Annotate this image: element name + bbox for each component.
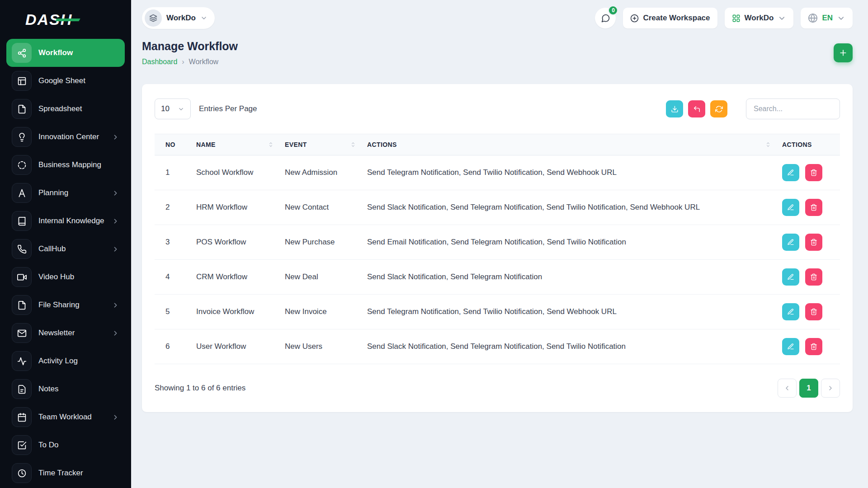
col-header-name[interactable]: NAME bbox=[191, 134, 279, 155]
create-workspace-label: Create Workspace bbox=[643, 14, 710, 23]
toolbar-actions bbox=[666, 99, 840, 119]
activity-icon bbox=[12, 351, 32, 371]
pencil-icon bbox=[787, 239, 794, 246]
entries-per-page-select[interactable]: 10 bbox=[155, 99, 191, 119]
row-no: 3 bbox=[155, 225, 191, 260]
spreadsheet-icon bbox=[12, 99, 32, 119]
page-1-button[interactable]: 1 bbox=[799, 379, 818, 398]
export-button[interactable] bbox=[666, 100, 683, 117]
next-page-button[interactable] bbox=[821, 379, 840, 398]
col-header-event[interactable]: EVENT bbox=[279, 134, 362, 155]
sidebar-item-notes[interactable]: Notes bbox=[6, 375, 125, 403]
sidebar-item-label: Business Mapping bbox=[38, 160, 101, 169]
col-header-actions-label: ACTIONS bbox=[367, 141, 397, 148]
row-no: 2 bbox=[155, 190, 191, 225]
workflow-table: NO NAME EVENT ACTIONS ACTIONS 1 School W… bbox=[155, 134, 840, 364]
team-workload-icon bbox=[12, 407, 32, 427]
sidebar-item-file-sharing[interactable]: File Sharing bbox=[6, 291, 125, 319]
col-header-row-actions: ACTIONS bbox=[777, 134, 840, 155]
topbar-actions: 0 Create Workspace WorkDo EN bbox=[595, 8, 853, 28]
table-row: 4 CRM Workflow New Deal Send Slack Notif… bbox=[155, 260, 840, 295]
pencil-icon bbox=[787, 343, 794, 350]
workspace-avatar bbox=[145, 9, 162, 27]
entries-per-page-value: 10 bbox=[161, 104, 170, 113]
topbar: WorkDo 0 Create Workspace WorkDo EN bbox=[131, 0, 868, 29]
row-no: 6 bbox=[155, 329, 191, 364]
add-workflow-button[interactable] bbox=[834, 43, 853, 62]
sidebar-item-google-sheet[interactable]: Google Sheet bbox=[6, 67, 125, 95]
pencil-icon bbox=[787, 308, 794, 315]
sidebar-item-team-workload[interactable]: Team Workload bbox=[6, 403, 125, 431]
app-switcher-button[interactable]: WorkDo bbox=[725, 8, 794, 28]
row-actions-text: Send Slack Notification, Send Telegram N… bbox=[362, 329, 777, 364]
sidebar-item-label: To Do bbox=[38, 441, 58, 450]
video-icon bbox=[12, 267, 32, 287]
col-header-actions[interactable]: ACTIONS bbox=[362, 134, 777, 155]
row-actions-text: Send Slack Notification, Send Telegram N… bbox=[362, 260, 777, 295]
layers-icon bbox=[149, 14, 157, 22]
refresh-button[interactable] bbox=[710, 100, 727, 117]
sidebar-item-time-tracker[interactable]: Time Tracker bbox=[6, 459, 125, 487]
delete-button[interactable] bbox=[805, 303, 822, 320]
sidebar-item-spreadsheet[interactable]: Spreadsheet bbox=[6, 95, 125, 123]
sidebar-item-internal-knowledge[interactable]: Internal Knowledge bbox=[6, 207, 125, 235]
entries-summary: Showing 1 to 6 of 6 entries bbox=[155, 384, 245, 393]
delete-button[interactable] bbox=[805, 268, 822, 286]
search-input[interactable] bbox=[746, 99, 840, 119]
sidebar-item-planning[interactable]: Planning bbox=[6, 179, 125, 207]
language-button[interactable]: EN bbox=[801, 8, 853, 28]
sidebar-item-video-hub[interactable]: Video Hub bbox=[6, 263, 125, 291]
table-row: 6 User Workflow New Users Send Slack Not… bbox=[155, 329, 840, 364]
row-event: New Admission bbox=[279, 155, 362, 190]
workflow-table-body: 1 School Workflow New Admission Send Tel… bbox=[155, 155, 840, 364]
file-sharing-icon bbox=[12, 295, 32, 315]
chevron-right-icon bbox=[112, 245, 119, 253]
sort-icon bbox=[350, 141, 356, 148]
brand-logo: DASH bbox=[6, 0, 125, 39]
pencil-icon bbox=[787, 204, 794, 211]
sidebar-item-callhub[interactable]: CallHub bbox=[6, 235, 125, 263]
edit-button[interactable] bbox=[782, 234, 799, 251]
sidebar-item-label: CallHub bbox=[38, 244, 66, 253]
sidebar-item-innovation-center[interactable]: Innovation Center bbox=[6, 123, 125, 151]
entries-per-page-label: Entries Per Page bbox=[199, 104, 257, 113]
page-title: Manage Workflow bbox=[142, 40, 238, 53]
edit-button[interactable] bbox=[782, 268, 799, 286]
sidebar-item-activity-log[interactable]: Activity Log bbox=[6, 347, 125, 375]
edit-button[interactable] bbox=[782, 303, 799, 320]
create-workspace-button[interactable]: Create Workspace bbox=[623, 8, 717, 28]
delete-button[interactable] bbox=[805, 164, 822, 181]
edit-button[interactable] bbox=[782, 164, 799, 181]
undo-icon bbox=[693, 105, 701, 113]
sidebar-item-workflow[interactable]: Workflow bbox=[6, 39, 125, 67]
prev-page-button[interactable] bbox=[778, 379, 797, 398]
col-header-no: NO bbox=[155, 134, 191, 155]
language-label: EN bbox=[822, 14, 833, 23]
notes-icon bbox=[12, 379, 32, 399]
todo-icon bbox=[12, 435, 32, 455]
sidebar-item-to-do[interactable]: To Do bbox=[6, 431, 125, 459]
sidebar-item-newsletter[interactable]: Newsletter bbox=[6, 319, 125, 347]
messages-badge: 0 bbox=[608, 5, 618, 15]
table-row: 2 HRM Workflow New Contact Send Slack No… bbox=[155, 190, 840, 225]
sidebar-item-label: Innovation Center bbox=[38, 132, 99, 141]
edit-button[interactable] bbox=[782, 199, 799, 216]
sidebar-item-label: Activity Log bbox=[38, 357, 78, 366]
trash-icon bbox=[810, 343, 817, 350]
delete-button[interactable] bbox=[805, 338, 822, 355]
table-row: 5 Invoice Workflow New Invoice Send Tele… bbox=[155, 295, 840, 329]
row-no: 5 bbox=[155, 295, 191, 329]
sidebar-item-business-mapping[interactable]: Business Mapping bbox=[6, 151, 125, 179]
messages-button[interactable]: 0 bbox=[595, 8, 616, 28]
edit-button[interactable] bbox=[782, 338, 799, 355]
sidebar-item-label: Notes bbox=[38, 385, 58, 394]
breadcrumb-dashboard-link[interactable]: Dashboard bbox=[142, 58, 177, 66]
trash-icon bbox=[810, 204, 817, 211]
reset-button[interactable] bbox=[688, 100, 705, 117]
delete-button[interactable] bbox=[805, 234, 822, 251]
chevron-right-icon bbox=[112, 329, 119, 337]
breadcrumb-current: Workflow bbox=[189, 58, 219, 66]
workspace-selector[interactable]: WorkDo bbox=[142, 7, 215, 29]
workflow-icon bbox=[12, 43, 32, 63]
delete-button[interactable] bbox=[805, 199, 822, 216]
